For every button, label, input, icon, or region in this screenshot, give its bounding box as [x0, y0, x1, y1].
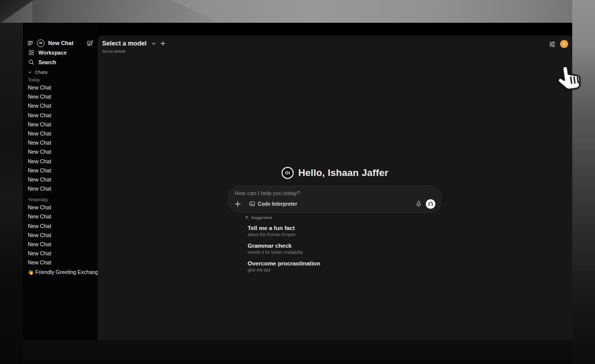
main-panel: Select a model Set as default I	[98, 35, 572, 340]
search-label: Search	[38, 59, 56, 65]
prompt-input[interactable]	[235, 190, 436, 196]
chat-list: TodayNew ChatNew ChatNew ChatNew ChatNew…	[23, 77, 98, 267]
chat-section-label: Yesterday	[23, 197, 98, 203]
chat-list-item[interactable]: New Chat	[23, 249, 98, 258]
plus-icon[interactable]	[160, 41, 165, 46]
chat-list-item[interactable]: New Chat	[23, 203, 98, 212]
chat-section-label: Today	[23, 77, 98, 83]
chat-list-item[interactable]: New Chat	[23, 221, 98, 231]
app-window: OI New Chat Workspace Search	[23, 23, 572, 340]
sidebar-header: OI New Chat	[23, 38, 98, 48]
model-selector[interactable]: Select a model	[98, 35, 165, 47]
main-header: Select a model Set as default I	[98, 35, 572, 53]
headphones-icon	[428, 201, 434, 207]
set-default-button[interactable]: Set as default	[102, 49, 125, 54]
code-interpreter-toggle[interactable]: Code Interpreter	[249, 201, 298, 207]
chat-list-item[interactable]: New Chat	[23, 184, 98, 193]
welcome-area: OI Hello, Ishaan Jaffer Code Inter	[228, 167, 442, 273]
named-chat-title: Friendly Greeting Exchange	[35, 269, 98, 275]
app-logo-icon: OI	[281, 167, 293, 179]
wallpaper-right	[572, 0, 595, 364]
chat-list-item[interactable]: New Chat	[23, 212, 98, 221]
chat-list-item[interactable]: New Chat	[23, 129, 98, 138]
sparkle-icon	[245, 215, 249, 219]
chat-list-item[interactable]: New Chat	[23, 101, 98, 110]
suggested-header: Suggested	[245, 215, 442, 220]
suggestion-item[interactable]: Grammar checkrewrite it for better reada…	[248, 243, 442, 255]
chats-section-toggle[interactable]: Chats	[23, 69, 98, 75]
toolbar-right	[416, 199, 436, 209]
suggestion-item[interactable]: Tell me a fun factabout the Roman Empire	[248, 225, 442, 238]
chat-list-item[interactable]: New Chat	[23, 138, 98, 147]
microphone-icon[interactable]	[416, 201, 422, 207]
wallpaper-bottom	[23, 340, 572, 364]
suggestion-item[interactable]: Overcome procrastinationgive me tips	[248, 260, 442, 273]
suggestion-title: Overcome procrastination	[248, 260, 442, 267]
headphones-button[interactable]	[426, 199, 436, 209]
chat-list-item[interactable]: New Chat	[23, 111, 98, 120]
suggestion-subtitle: give me tips	[248, 267, 442, 273]
sidebar: OI New Chat Workspace Search	[23, 23, 98, 340]
chevron-down-icon	[28, 70, 32, 74]
chat-list-item[interactable]: New Chat	[23, 120, 98, 129]
wallpaper-left	[0, 23, 23, 364]
app-logo-icon: OI	[37, 39, 45, 47]
chat-list-item[interactable]: New Chat	[23, 147, 98, 156]
chat-list-item[interactable]: New Chat	[23, 258, 98, 267]
header-right: I	[549, 40, 568, 48]
prompt-toolbar: Code Interpreter	[235, 199, 436, 209]
chat-list-item[interactable]: New Chat	[23, 166, 98, 175]
suggestion-subtitle: rewrite it for better readability	[248, 250, 442, 255]
user-avatar[interactable]: I	[560, 40, 568, 48]
suggestion-title: Tell me a fun fact	[248, 225, 442, 232]
terminal-icon	[249, 201, 256, 207]
wave-emoji-icon: 👋	[28, 269, 34, 275]
sidebar-item-workspace[interactable]: Workspace	[23, 48, 98, 57]
screen: OI New Chat Workspace Search	[0, 0, 595, 364]
search-icon	[28, 59, 34, 65]
suggestion-subtitle: about the Roman Empire	[248, 232, 442, 238]
suggestion-title: Grammar check	[248, 243, 442, 249]
chat-list-item-named[interactable]: 👋Friendly Greeting Exchange	[23, 267, 98, 277]
chat-list-item[interactable]: New Chat	[23, 240, 98, 249]
model-selector-label: Select a model	[102, 40, 147, 47]
chat-list-item[interactable]: New Chat	[23, 157, 98, 166]
greeting-row: OI Hello, Ishaan Jaffer	[228, 167, 442, 179]
suggested-label: Suggested	[251, 215, 272, 220]
workspace-label: Workspace	[38, 50, 67, 56]
plus-icon[interactable]	[235, 201, 241, 207]
chevron-down-icon	[151, 41, 156, 46]
greeting-text: Hello, Ishaan Jaffer	[298, 167, 388, 178]
prompt-card: Code Interpreter	[228, 186, 442, 213]
squares-2x2-icon	[28, 50, 34, 56]
chat-list-item[interactable]: New Chat	[23, 175, 98, 184]
sidebar-title: New Chat	[48, 40, 87, 46]
suggestion-list: Tell me a fun factabout the Roman Empire…	[228, 225, 442, 273]
suggested-section: Suggested Tell me a fun factabout the Ro…	[228, 215, 442, 273]
sliders-icon[interactable]	[549, 41, 556, 48]
chat-list-item[interactable]: New Chat	[23, 83, 98, 92]
chat-list-item[interactable]: New Chat	[23, 92, 98, 101]
sidebar-item-search[interactable]: Search	[23, 57, 98, 67]
code-interpreter-label: Code Interpreter	[258, 201, 298, 207]
chats-header-label: Chats	[35, 70, 48, 75]
chat-list-item[interactable]: New Chat	[23, 231, 98, 240]
pencil-square-icon[interactable]	[87, 40, 93, 47]
menu-icon[interactable]	[27, 40, 33, 46]
